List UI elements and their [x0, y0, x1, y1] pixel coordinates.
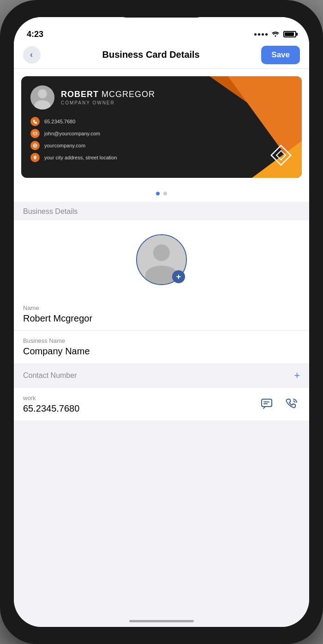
battery-icon — [283, 31, 296, 37]
back-button[interactable]: ‹ — [23, 46, 41, 64]
profile-avatar-container[interactable]: + — [136, 234, 187, 285]
signal-dot-1 — [254, 33, 257, 36]
status-icons — [254, 26, 296, 38]
card-phone-row: 65.2345.7680 — [30, 117, 293, 126]
card-info: 65.2345.7680 john@yourcompany.com — [30, 117, 293, 162]
form-section: Name Robert Mcgregor Business Name Compa… — [14, 298, 309, 363]
name-label: Name — [23, 304, 300, 311]
business-details-header: Business Details — [14, 202, 309, 220]
contact-type: work — [23, 395, 79, 401]
avatar-silhouette — [30, 85, 54, 109]
message-button[interactable] — [259, 396, 276, 413]
signal-dots — [254, 33, 268, 36]
card-avatar — [30, 85, 54, 109]
card-dots-indicator — [14, 185, 309, 202]
card-website-text: yourcompany.com — [44, 143, 85, 148]
profile-section: + — [14, 220, 309, 298]
signal-dot-4 — [265, 33, 268, 36]
svg-rect-4 — [271, 146, 291, 165]
dot-2-inactive — [163, 192, 167, 195]
contact-actions — [259, 396, 300, 413]
dot-1-active — [156, 192, 160, 195]
card-email-row: john@yourcompany.com — [30, 129, 293, 138]
card-phone-text: 65.2345.7680 — [44, 119, 75, 124]
back-arrow-icon: ‹ — [30, 50, 33, 60]
card-email-text: john@yourcompany.com — [44, 131, 100, 136]
name-field[interactable]: Name Robert Mcgregor — [14, 298, 309, 331]
notch — [115, 0, 208, 18]
svg-rect-0 — [33, 132, 37, 135]
business-name-field[interactable]: Business Name Company Name — [14, 331, 309, 363]
status-bar: 4:23 — [14, 17, 309, 41]
email-icon-circle — [30, 129, 40, 138]
business-card: ROBERT MCGREGOR COMPANY OWNER 65.2345.76… — [21, 76, 302, 178]
business-name-value: Company Name — [23, 346, 300, 357]
signal-dot-2 — [258, 33, 260, 36]
phone-shell: 4:23 — [0, 0, 323, 644]
card-full-name: ROBERT MCGREGOR — [61, 90, 155, 99]
card-container: ROBERT MCGREGOR COMPANY OWNER 65.2345.76… — [14, 69, 309, 185]
contact-left: work 65.2345.7680 — [23, 395, 79, 414]
contact-section-header: Contact Number + — [14, 363, 309, 388]
card-last-name: MCGREGOR — [99, 90, 155, 99]
save-button[interactable]: Save — [261, 46, 300, 64]
name-value: Robert Mcgregor — [23, 313, 300, 324]
card-address-text: your city address, street location — [44, 155, 117, 160]
website-icon-circle — [30, 141, 40, 150]
nav-bar: ‹ Business Card Details Save — [14, 41, 309, 69]
card-header: ROBERT MCGREGOR COMPANY OWNER — [30, 85, 293, 109]
add-contact-button[interactable]: + — [294, 370, 300, 382]
wifi-icon — [271, 30, 280, 38]
business-name-label: Business Name — [23, 337, 300, 344]
card-name-block: ROBERT MCGREGOR COMPANY OWNER — [61, 90, 155, 105]
card-first-name: ROBERT — [61, 90, 99, 99]
phone-icon-circle — [30, 117, 40, 126]
page-title: Business Card Details — [102, 49, 200, 60]
battery-fill — [285, 32, 294, 36]
card-website-row: yourcompany.com — [30, 141, 293, 150]
contact-number: 65.2345.7680 — [23, 403, 79, 414]
address-icon-circle — [30, 153, 40, 162]
add-photo-button[interactable]: + — [172, 270, 185, 283]
status-time: 4:23 — [27, 25, 43, 39]
home-indicator — [129, 620, 194, 622]
contact-section-title: Contact Number — [23, 371, 77, 380]
card-address-row: your city address, street location — [30, 153, 293, 162]
call-button[interactable] — [283, 396, 300, 413]
svg-rect-5 — [276, 151, 286, 160]
main-content: ROBERT MCGREGOR COMPANY OWNER 65.2345.76… — [14, 69, 309, 627]
svg-rect-6 — [262, 399, 272, 407]
card-job-title: COMPANY OWNER — [61, 100, 155, 105]
contact-item: work 65.2345.7680 — [14, 388, 309, 420]
card-logo — [269, 144, 293, 169]
signal-dot-3 — [262, 33, 264, 36]
screen: 4:23 — [14, 17, 309, 627]
